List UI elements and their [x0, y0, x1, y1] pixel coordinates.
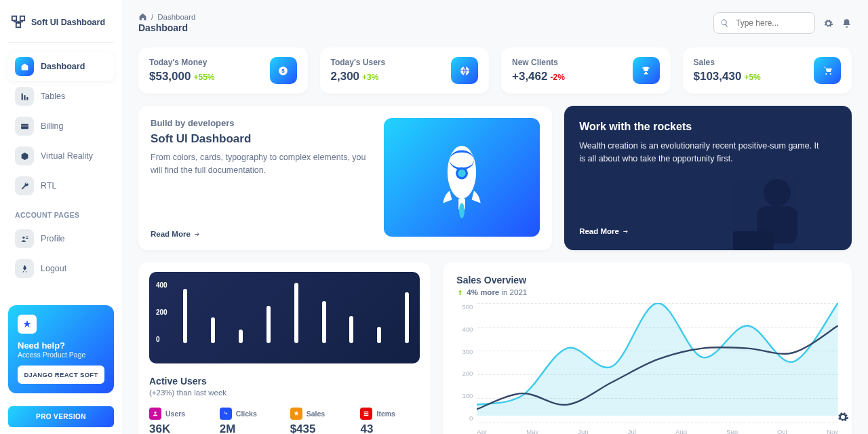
nav-item-rtl[interactable]: RTL [8, 172, 114, 200]
y-tick: 200 [456, 370, 473, 377]
nav-label: Billing [41, 121, 63, 131]
read-more-link[interactable]: Read More [151, 230, 372, 238]
stat-value: 2,300 [331, 70, 360, 83]
svg-text:$: $ [281, 68, 285, 74]
y-tick: 500 [456, 303, 473, 311]
nav-item-dashboard[interactable]: Dashboard [8, 52, 114, 81]
x-tick: Jun [578, 428, 588, 434]
arrow-up-icon [456, 289, 464, 296]
nav-section-title: ACCOUNT PAGES [8, 201, 114, 223]
metric-label: Users [165, 410, 185, 418]
rocket-icon [15, 259, 34, 278]
bar [322, 301, 326, 343]
stat-label: Today's Money [149, 58, 214, 67]
svg-rect-6 [26, 236, 28, 237]
star-icon [18, 315, 37, 334]
svg-point-5 [22, 236, 24, 238]
x-tick: Jul [628, 428, 636, 434]
logo-icon [11, 15, 26, 30]
x-tick: Apr [477, 428, 487, 434]
nav-label: Profile [41, 234, 64, 243]
x-tick: Aug [675, 428, 687, 434]
y-tick: 400 [156, 281, 167, 289]
home-icon[interactable] [138, 12, 147, 21]
arrow-right-icon [622, 228, 629, 235]
globe-icon [451, 57, 478, 84]
stat-value: $103,430 [694, 70, 742, 83]
coins-icon: $ [270, 57, 297, 84]
stat-change: +3% [362, 73, 378, 82]
stat-label: Today's Users [331, 58, 386, 67]
svg-rect-7 [26, 237, 28, 238]
stat-value: $53,000 [149, 70, 191, 83]
stat-label: New Clients [512, 58, 565, 67]
sales-delta-suffix: in 2021 [499, 288, 527, 296]
bars-chart: 400 200 0 [149, 272, 420, 363]
stat-change: -2% [550, 73, 564, 82]
read-more-label: Read More [579, 227, 619, 235]
credit-card-icon [15, 117, 34, 136]
help-card: Need help? Access Product Page DJANGO RE… [8, 305, 114, 393]
nav-item-logout[interactable]: Logout [8, 254, 114, 283]
bar [349, 316, 353, 343]
metric-item: Items43 [360, 408, 420, 434]
person-illustration [716, 169, 838, 250]
bell-icon[interactable] [842, 18, 852, 28]
y-tick: 200 [156, 309, 167, 316]
sales-delta: 4% more [467, 288, 499, 296]
breadcrumb: / Dashboard [138, 12, 195, 21]
brand-logo[interactable]: Soft UI Dashboard [8, 11, 114, 43]
sales-subtitle: 4% more in 2021 [456, 288, 838, 296]
active-users-subtitle: (+23%) than last week [149, 389, 420, 397]
brand-text: Soft UI Dashboard [31, 18, 105, 27]
stat-card: Today's Users 2,300+3% [320, 47, 490, 94]
metric-icon [220, 408, 232, 420]
cart-icon [814, 57, 841, 84]
page-title: Dashboard [138, 22, 195, 33]
nav-label: Virtual Reality [41, 151, 93, 161]
help-subtitle: Access Product Page [18, 351, 104, 359]
svg-rect-0 [12, 16, 16, 20]
stat-card: New Clients +3,462-2% [501, 47, 671, 94]
nav-item-tables[interactable]: Tables [8, 82, 114, 111]
y-tick: 0 [156, 336, 167, 343]
active-users-title: Active Users [149, 376, 420, 387]
trophy-icon [633, 57, 660, 84]
nav-item-profile[interactable]: Profile [8, 224, 114, 253]
metric-icon [149, 408, 161, 420]
y-tick: 400 [456, 326, 473, 333]
stat-value: +3,462 [512, 70, 547, 83]
help-title: Need help? [18, 340, 104, 351]
wrench-icon [15, 176, 34, 195]
stat-change: +55% [193, 73, 214, 82]
sales-overview-card: Sales Overview 4% more in 2021 500400300… [443, 262, 852, 434]
stat-label: Sales [694, 58, 761, 67]
shop-icon [15, 57, 34, 76]
work-card: Work with the rockets Wealth creation is… [564, 106, 852, 250]
sales-title: Sales Overview [456, 275, 838, 285]
nav-item-billing[interactable]: Billing [8, 112, 114, 140]
y-tick: 300 [456, 348, 473, 355]
svg-point-16 [459, 203, 465, 218]
metric-label: Items [376, 410, 395, 418]
nav-label: Dashboard [41, 62, 85, 71]
pro-version-button[interactable]: PRO VERSION [8, 406, 114, 427]
nav-item-vr[interactable]: Virtual Reality [8, 142, 114, 170]
dev-desc: From colors, cards, typography to comple… [151, 151, 372, 177]
nav-label: Logout [41, 264, 66, 273]
nav-label: Tables [41, 92, 65, 101]
gear-icon[interactable] [823, 18, 833, 28]
user-card-icon [15, 229, 34, 248]
metric-value: $435 [290, 422, 350, 434]
x-tick: May [526, 428, 538, 434]
metric-item: Sales$435 [290, 408, 350, 434]
svg-rect-19 [733, 231, 774, 250]
settings-fab[interactable] [833, 407, 853, 427]
svg-rect-2 [16, 23, 20, 27]
dev-title: Soft UI Dashboard [151, 132, 372, 146]
help-docs-button[interactable]: DJANGO REACT SOFT [18, 366, 104, 384]
metric-label: Sales [307, 410, 325, 418]
sidebar: Soft UI Dashboard Dashboard Tables Billi… [0, 0, 122, 434]
sales-chart: 5004003002001000 AprMayJunJulAugSepOctNo… [456, 303, 838, 434]
search [713, 12, 815, 34]
